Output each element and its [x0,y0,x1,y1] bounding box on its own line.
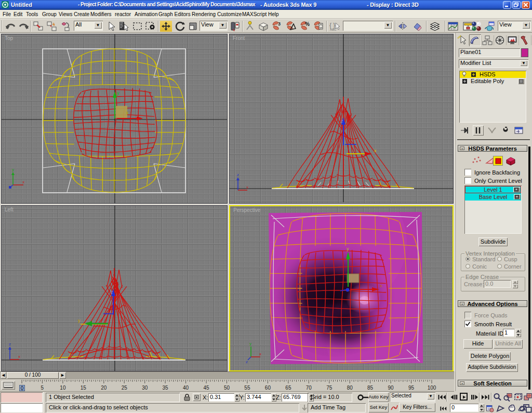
svg-text:5: 5 [41,385,44,391]
svg-text:85: 85 [367,385,374,391]
svg-text:x: x [18,354,20,359]
svg-text:50: 50 [224,385,230,391]
svg-text:15: 15 [81,385,87,391]
svg-text:90: 90 [388,385,394,391]
svg-text:3: 3 [278,21,281,26]
svg-text:35: 35 [163,385,169,391]
svg-text:25: 25 [122,385,128,391]
svg-text:75: 75 [326,385,332,391]
svg-text:%: % [305,21,310,27]
svg-text:z: z [111,289,113,295]
svg-text:80: 80 [347,385,353,391]
svg-text:x: x [246,185,248,190]
svg-text:x: x [374,148,377,153]
svg-text:20: 20 [101,385,107,391]
svg-text:z: z [237,172,239,177]
svg-text:95: 95 [408,385,415,391]
svg-text:10: 10 [60,385,66,391]
svg-text:z: z [246,359,248,364]
svg-text:60: 60 [265,385,271,391]
svg-text:y: y [78,318,81,323]
svg-text:40: 40 [183,385,189,391]
svg-text:y: y [12,167,14,172]
svg-text:x: x [22,180,24,184]
svg-text:y: y [117,90,119,96]
svg-text:30: 30 [142,385,148,391]
svg-text:x: x [126,110,129,115]
svg-text:65: 65 [285,385,291,391]
svg-text:x: x [259,352,261,356]
svg-text:z: z [341,118,343,124]
svg-text:55: 55 [244,385,250,391]
svg-text:y: y [249,341,251,346]
svg-text:70: 70 [306,385,312,391]
svg-text:z: z [9,342,11,347]
svg-text:x: x [380,283,382,288]
svg-text:100: 100 [428,385,436,391]
svg-text:y: y [347,246,349,251]
svg-text:45: 45 [204,385,210,391]
